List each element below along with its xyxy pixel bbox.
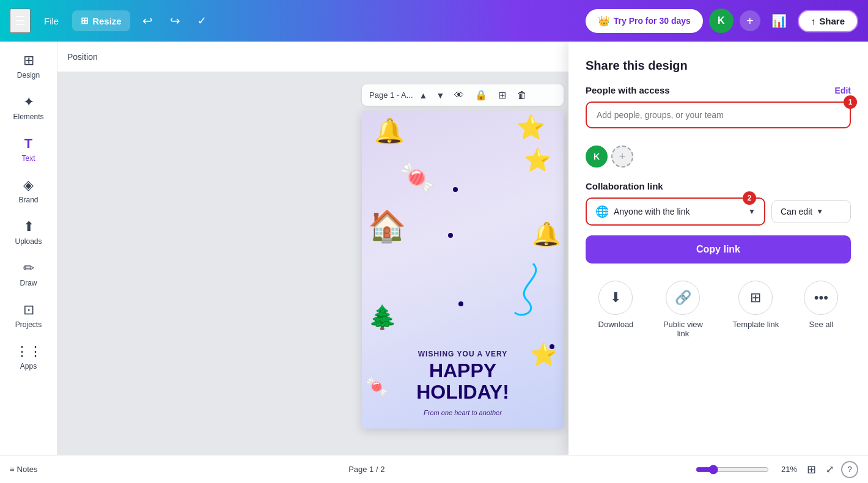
sidebar-item-label-uploads: Uploads [15,237,42,246]
swirl-decoration [509,257,545,319]
canvas-background: 🔔 ⭐ 🍬 ⭐ 🏠 🔔 🌲 ⭐ 🍬 [362,111,564,429]
file-menu-button[interactable]: File [38,12,65,30]
sidebar-item-projects[interactable]: ⊡ Projects [4,296,53,335]
add-avatar-button[interactable]: + [611,146,633,168]
sidebar-item-draw[interactable]: ✏ Draw [4,254,53,293]
grid-view-button[interactable]: ⊞ [804,462,818,477]
share-actions: ⬇ Download 🔗 Public view link ⊞ Template… [586,281,851,338]
redo-button[interactable]: ↪ [165,11,185,31]
chevron-down-icon: ▼ [748,207,756,216]
notes-label: Notes [17,465,38,474]
page-delete-button[interactable]: 🗑 [513,89,531,102]
dot-2 [448,233,453,238]
crown-icon: 👑 [598,15,610,27]
sidebar-item-text[interactable]: T Text [4,130,53,169]
page-nav-up-button[interactable]: ▲ [417,89,430,101]
permission-dropdown[interactable]: Can edit ▼ [771,200,851,223]
notes-button[interactable]: ≡ Notes [10,465,38,474]
sidebar-item-uploads[interactable]: ⬆ Uploads [4,213,53,252]
template-link-icon-circle: ⊞ [738,281,773,315]
canvas-text-block: WISHING YOU A VERY HAPPY HOLIDAY! From o… [416,350,509,416]
link-access-dropdown[interactable]: 🌐 Anyone with the link ▼ [586,197,765,226]
download-action[interactable]: ⬇ Download [598,281,634,329]
badge-1: 1 [844,95,857,109]
copy-link-button[interactable]: Copy link [586,235,851,264]
resize-icon: ⊞ [81,15,89,26]
deco-candy-cane: 🍬 [399,160,436,195]
add-collaborator-button[interactable]: + [740,10,760,31]
stats-button[interactable]: 📊 [767,11,792,31]
topbar-left: ☰ File ⊞ Resize ↩ ↪ ✓ [10,9,211,33]
template-link-action[interactable]: ⊞ Template link [732,281,779,329]
canvas-text-from: From one heart to another [416,409,509,416]
undo-button[interactable]: ↩ [138,11,158,31]
people-input-wrapper: 1 [586,101,851,137]
see-all-icon-circle: ••• [804,281,838,315]
deco-bell2: 🔔 [532,221,561,248]
see-all-icon: ••• [814,290,828,306]
design-canvas[interactable]: 🔔 ⭐ 🍬 ⭐ 🏠 🔔 🌲 ⭐ 🍬 [362,111,564,429]
deco-candy2: 🍬 [365,375,389,398]
share-panel-title: Share this design [586,59,851,73]
share-icon: ↑ [811,16,816,26]
zoom-slider[interactable] [696,465,769,474]
anyone-link-label: Anyone with the link [614,207,743,216]
people-input[interactable] [586,101,851,128]
edit-access-button[interactable]: Edit [835,86,851,95]
projects-icon: ⊡ [23,302,34,318]
resize-button[interactable]: ⊞ Resize [72,10,130,31]
download-icon: ⬇ [610,290,621,306]
can-edit-label: Can edit [781,207,812,216]
draw-icon: ✏ [23,260,34,276]
apps-icon: ⋮⋮ [15,344,42,359]
page-copy-button[interactable]: ⊞ [495,88,510,102]
page-label: Page 1 - A... [369,90,413,100]
page-indicator: Page 1 / 2 [348,465,384,474]
canvas-text-wishing: WISHING YOU A VERY [416,350,509,358]
main-area: ⊞ Design ✦ Elements T Text ◈ Brand ⬆ Upl… [0,42,868,455]
collab-row: 2 🌐 Anyone with the link ▼ Can edit ▼ [586,197,851,226]
text-icon: T [24,136,32,152]
public-view-action[interactable]: 🔗 Public view link [658,281,707,338]
people-access-row: People with access Edit [586,85,851,95]
template-link-label: Template link [732,320,779,329]
uploads-icon: ⬆ [23,219,34,235]
sidebar: ⊞ Design ✦ Elements T Text ◈ Brand ⬆ Upl… [0,42,57,455]
globe-icon: 🌐 [595,205,609,218]
fullscreen-button[interactable]: ⤢ [826,463,834,475]
collab-label: Collaboration link [586,181,851,191]
canvas-text-holiday: HOLIDAY! [416,382,509,403]
share-button[interactable]: ↑ Share [798,10,858,32]
user-avatar-button[interactable]: K [709,9,734,33]
topbar-right: 👑 Try Pro for 30 days K + 📊 ↑ Share [586,9,858,33]
sidebar-item-label-apps: Apps [20,362,37,371]
elements-icon: ✦ [23,94,34,110]
download-icon-circle: ⬇ [598,281,633,315]
sidebar-item-label-elements: Elements [13,112,43,121]
help-button[interactable]: ? [841,461,858,478]
try-pro-label: Try Pro for 30 days [614,16,691,26]
public-view-label: Public view link [658,320,707,338]
page-nav-down-button[interactable]: ▼ [433,89,447,101]
save-button[interactable]: ✓ [193,12,211,30]
dot-3 [458,301,463,306]
page-lock-button[interactable]: 🔒 [471,88,491,102]
download-label: Download [598,320,634,329]
share-panel: Share this design People with access Edi… [568,42,868,455]
sidebar-item-design[interactable]: ⊞ Design [4,46,53,86]
user-avatar-small: K [586,146,608,168]
dot-4 [550,344,554,349]
sidebar-item-apps[interactable]: ⋮⋮ Apps [4,337,53,377]
hamburger-menu-button[interactable]: ☰ [10,9,31,33]
deco-house: 🏠 [368,208,406,244]
try-pro-button[interactable]: 👑 Try Pro for 30 days [586,9,703,33]
see-all-label: See all [809,320,834,329]
design-icon: ⊞ [23,53,34,68]
public-view-icon: 🔗 [675,290,691,306]
see-all-action[interactable]: ••• See all [804,281,838,329]
sidebar-item-brand[interactable]: ◈ Brand [4,171,53,210]
resize-label: Resize [92,16,122,26]
sidebar-item-label-draw: Draw [20,279,37,287]
page-hide-button[interactable]: 👁 [451,89,468,102]
sidebar-item-elements[interactable]: ✦ Elements [4,88,53,127]
